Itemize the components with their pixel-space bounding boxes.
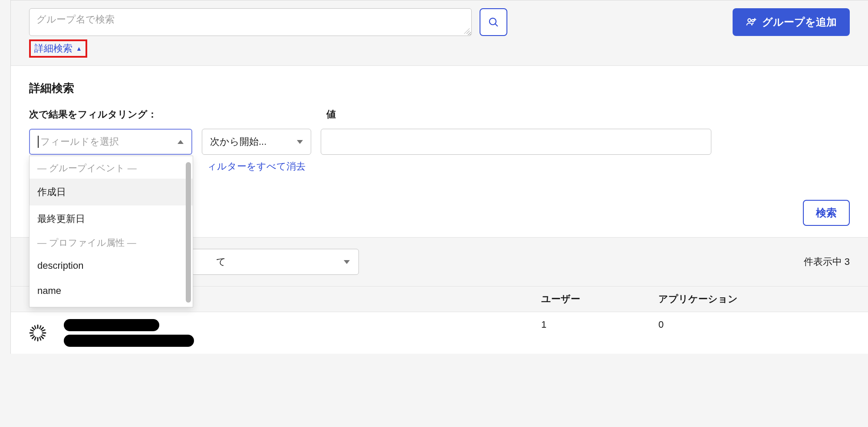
svg-line-13 (41, 327, 43, 329)
svg-point-2 (748, 19, 751, 22)
search-button[interactable] (480, 8, 507, 36)
add-group-button[interactable]: グループを追加 (733, 8, 850, 36)
chevron-up-icon (178, 140, 184, 144)
filter-by-label: 次で結果をフィルタリング： (29, 108, 326, 121)
advanced-search-toggle[interactable]: 詳細検索 ▲ (34, 42, 82, 55)
value-label: 値 (326, 108, 336, 121)
advanced-search-toggle-highlight: 詳細検索 ▲ (29, 39, 87, 58)
text-cursor (38, 136, 39, 148)
dropdown-item-description[interactable]: description (30, 253, 193, 278)
loading-spinner-icon (29, 324, 46, 342)
caret-up-icon: ▲ (76, 45, 82, 52)
svg-line-20 (35, 337, 36, 340)
svg-line-1 (495, 24, 498, 26)
clear-filters-link[interactable]: ィルターをすべて消去 (207, 160, 850, 173)
operator-select[interactable]: 次から開始... (202, 129, 311, 155)
value-input[interactable] (321, 129, 711, 155)
chevron-down-icon (344, 260, 350, 264)
svg-line-19 (42, 335, 45, 336)
dropdown-item-updated[interactable]: 最終更新日 (30, 205, 193, 232)
search-icon (488, 16, 499, 28)
add-group-label: グループを追加 (762, 15, 837, 29)
chevron-down-icon (297, 140, 303, 144)
operator-select-label: 次から開始... (210, 135, 266, 148)
dropdown-item-created[interactable]: 作成日 (30, 179, 193, 205)
svg-point-0 (490, 18, 496, 25)
svg-line-10 (32, 327, 34, 329)
advanced-search-toggle-label: 詳細検索 (34, 42, 72, 55)
column-users: ユーザー (541, 293, 658, 306)
add-group-icon (746, 16, 757, 28)
field-select-placeholder: フィールドを選択 (40, 135, 119, 148)
svg-line-12 (32, 336, 34, 339)
row-app-count: 0 (658, 317, 850, 330)
search-submit-button[interactable]: 検索 (803, 200, 850, 226)
svg-line-14 (35, 326, 36, 329)
redacted-group-name (64, 319, 159, 331)
dropdown-item-name[interactable]: name (30, 278, 193, 303)
dropdown-group-events: — グループイベント — (30, 158, 193, 179)
results-count: 件表示中 3 (804, 255, 850, 268)
search-placeholder: グループ名で検索 (36, 14, 115, 25)
svg-line-18 (31, 335, 34, 336)
svg-line-16 (31, 330, 34, 331)
field-select[interactable]: フィールドを選択 — グループイベント — 作成日 最終更新日 — プロファイル… (29, 129, 192, 155)
advanced-search-panel: 詳細検索 次で結果をフィルタリング： 値 フィールドを選択 — グループイベント… (11, 65, 868, 238)
svg-line-11 (41, 336, 43, 339)
type-filter-visible-text: て (216, 255, 226, 268)
scrollbar[interactable] (186, 162, 191, 303)
group-search-input[interactable]: グループ名で検索 (29, 8, 472, 36)
svg-line-17 (42, 330, 45, 331)
svg-line-21 (40, 337, 41, 340)
advanced-search-title: 詳細検索 (29, 81, 850, 96)
dropdown-group-profile: — プロファイル属性 — (30, 232, 193, 253)
redacted-group-desc (64, 335, 194, 347)
field-dropdown: — グループイベント — 作成日 最終更新日 — プロファイル属性 — desc… (29, 156, 193, 307)
row-user-count: 1 (541, 317, 658, 330)
table-row[interactable]: 1 0 (11, 312, 868, 354)
column-applications: アプリケーション (658, 293, 850, 306)
svg-line-15 (40, 326, 41, 329)
